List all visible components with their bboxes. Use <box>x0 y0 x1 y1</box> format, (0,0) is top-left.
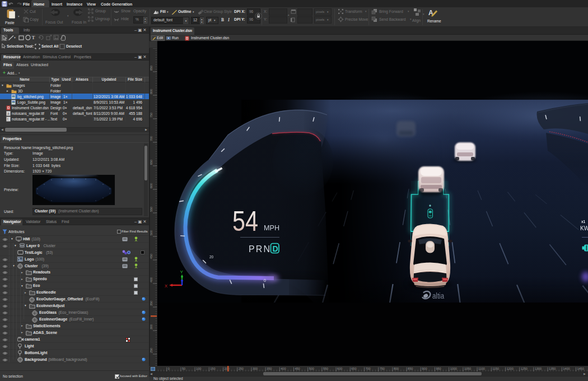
svg-text:400: 400 <box>150 277 153 282</box>
svg-text:20: 20 <box>209 255 214 259</box>
svg-text:1200: 1200 <box>507 367 514 370</box>
svg-text:750: 750 <box>380 367 385 370</box>
svg-text:100: 100 <box>196 367 201 370</box>
svg-text:KW: KW <box>580 225 588 231</box>
svg-text:1250: 1250 <box>521 367 528 370</box>
svg-text:0: 0 <box>168 367 170 370</box>
svg-text:850: 850 <box>150 66 153 71</box>
svg-text:1450: 1450 <box>577 367 584 370</box>
svg-text:500: 500 <box>150 230 153 235</box>
svg-text:54: 54 <box>232 206 258 237</box>
svg-text:450: 450 <box>295 367 300 370</box>
svg-text:Y: Y <box>180 270 184 275</box>
svg-text:650: 650 <box>351 367 356 370</box>
svg-text:150: 150 <box>210 367 215 370</box>
svg-text:300: 300 <box>150 324 153 329</box>
svg-text:50: 50 <box>182 367 185 370</box>
svg-text:600: 600 <box>150 183 153 188</box>
svg-text:550: 550 <box>150 207 153 212</box>
svg-text:900: 900 <box>422 367 427 370</box>
svg-text:650: 650 <box>150 160 153 165</box>
svg-text:1000: 1000 <box>450 367 457 370</box>
svg-text:250: 250 <box>150 348 153 353</box>
svg-text:350: 350 <box>150 301 153 306</box>
svg-text:800: 800 <box>394 367 399 370</box>
svg-text:1150: 1150 <box>492 367 499 370</box>
svg-text:700: 700 <box>150 136 153 141</box>
svg-text:1100: 1100 <box>478 367 485 370</box>
svg-text:t: t <box>7 117 8 121</box>
svg-text:600: 600 <box>337 367 342 370</box>
svg-text:x1: x1 <box>581 220 586 224</box>
svg-text:250: 250 <box>239 367 244 370</box>
svg-text:a: a <box>7 111 10 115</box>
svg-text:350: 350 <box>267 367 272 370</box>
svg-text:850: 850 <box>408 367 413 370</box>
svg-text:550: 550 <box>323 367 328 370</box>
svg-text:400: 400 <box>281 367 286 370</box>
svg-text:750: 750 <box>150 113 153 118</box>
svg-text:0: 0 <box>264 278 266 282</box>
svg-text:1300: 1300 <box>535 367 542 370</box>
svg-text:300: 300 <box>253 367 258 370</box>
svg-text:450: 450 <box>150 254 153 259</box>
svg-text:altia: altia <box>432 291 444 300</box>
svg-text:950: 950 <box>436 367 441 370</box>
svg-text:X: X <box>165 284 168 289</box>
svg-text:700: 700 <box>366 367 371 370</box>
svg-text:PRN: PRN <box>249 244 270 254</box>
svg-text:D: D <box>273 244 278 253</box>
svg-text:1050: 1050 <box>464 367 471 370</box>
svg-text:1350: 1350 <box>549 367 556 370</box>
svg-text:1400: 1400 <box>563 367 570 370</box>
svg-text:800: 800 <box>150 89 153 94</box>
svg-text:MPH: MPH <box>264 224 279 232</box>
svg-text:500: 500 <box>309 367 314 370</box>
